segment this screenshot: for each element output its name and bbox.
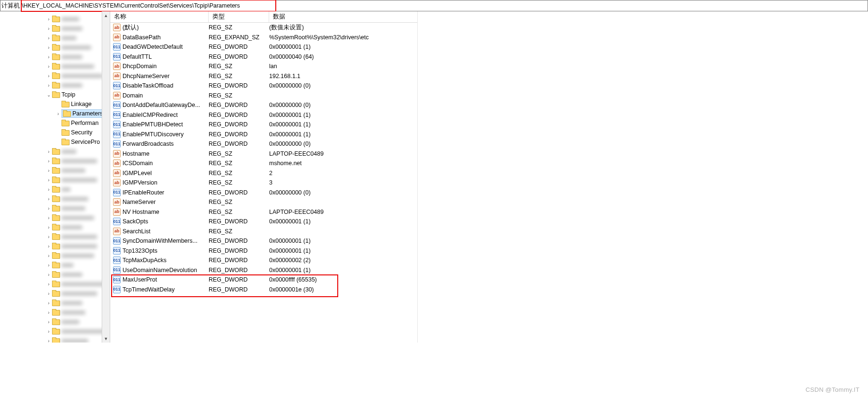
tree-item-blurred[interactable]: ›xxxxxxxxxxxx	[0, 156, 110, 166]
value-row[interactable]: 011UseDomainNameDevolutionREG_DWORD0x000…	[110, 265, 417, 275]
scroll-down-button[interactable]: ▼	[102, 335, 110, 343]
tree-item-blurred[interactable]: ›xxxxxxxxxxxx	[0, 175, 110, 185]
column-header-type[interactable]: 类型	[209, 11, 269, 22]
chevron-right-icon[interactable]: ›	[45, 187, 52, 192]
chevron-down-icon[interactable]: ⌄	[45, 92, 52, 97]
chevron-right-icon[interactable]: ›	[45, 319, 52, 325]
chevron-right-icon[interactable]: ›	[45, 35, 52, 41]
chevron-right-icon[interactable]: ›	[45, 272, 52, 277]
chevron-right-icon[interactable]: ›	[45, 83, 52, 88]
value-row[interactable]: 011EnableICMPRedirectREG_DWORD0x00000001…	[110, 110, 417, 120]
value-row[interactable]: abDataBasePathREG_EXPAND_SZ%SystemRoot%\…	[110, 33, 417, 43]
chevron-right-icon[interactable]: ›	[45, 159, 52, 164]
value-row[interactable]: 011TcpMaxDupAcksREG_DWORD0x00000002 (2)	[110, 256, 417, 265]
value-row[interactable]: abDhcpNameServerREG_SZ192.168.1.1	[110, 71, 417, 81]
tree-item-blurred[interactable]: ›xxxxxxxxxxx	[0, 251, 110, 260]
tree-item-blurred[interactable]: ›xxxxxxxxxxxxxx	[0, 71, 110, 80]
chevron-right-icon[interactable]: ›	[45, 149, 52, 154]
tree-item-tcpip[interactable]: ⌄Tcpip	[0, 90, 110, 99]
tree-item-blurred[interactable]: ›xxxxx	[0, 33, 110, 43]
chevron-right-icon[interactable]: ›	[45, 300, 52, 306]
tree-item-blurred[interactable]: ›xxxxxxx	[0, 270, 110, 279]
tree-pane[interactable]: ›xxxxxx›xxxxxxx›xxxxx›xxxxxxxxxx›xxxxxxx…	[0, 11, 110, 343]
scroll-up-button[interactable]: ▲	[102, 11, 110, 19]
tree-item-parameters[interactable]: ›Parameters	[0, 109, 110, 118]
tree-item-linkage[interactable]: Linkage	[0, 99, 110, 109]
tree-item-blurred[interactable]: ›xxxxxxx	[0, 80, 110, 90]
value-row[interactable]: ab(默认)REG_SZ(数值未设置)	[110, 23, 417, 33]
tree-item-blurred[interactable]: ›xxxxxxxxxxxx	[0, 232, 110, 241]
chevron-right-icon[interactable]: ›	[45, 206, 52, 211]
list-pane[interactable]: 名称 类型 数据 ab(默认)REG_SZ(数值未设置)abDataBasePa…	[110, 11, 868, 343]
value-row[interactable]: 011EnablePMTUBHDetectREG_DWORD0x00000001…	[110, 120, 417, 130]
value-row[interactable]: 011DontAddDefaultGatewayDe...REG_DWORD0x…	[110, 100, 417, 110]
chevron-right-icon[interactable]: ›	[45, 177, 52, 183]
value-row[interactable]: abICSDomainREG_SZmshome.net	[110, 159, 417, 168]
tree-item-blurred[interactable]: ›xxxxxxx	[0, 298, 110, 308]
column-header-data[interactable]: 数据	[269, 11, 417, 22]
list-header[interactable]: 名称 类型 数据	[110, 11, 417, 23]
tree-item-blurred[interactable]: ›xxxxxxxx	[0, 308, 110, 317]
value-row[interactable]: abHostnameREG_SZLAPTOP-EEEC0489	[110, 149, 417, 159]
chevron-right-icon[interactable]: ›	[45, 282, 52, 287]
tree-item-blurred[interactable]: ›xxxxxxxxxx	[0, 43, 110, 52]
tree-item-blurred[interactable]: ›xxxxxxxxxxx	[0, 62, 110, 71]
chevron-right-icon[interactable]: ›	[45, 17, 52, 22]
chevron-right-icon[interactable]: ›	[45, 45, 52, 50]
chevron-right-icon[interactable]: ›	[45, 168, 52, 173]
chevron-right-icon[interactable]: ›	[45, 310, 52, 315]
value-row[interactable]: abIGMPVersionREG_SZ3	[110, 178, 417, 188]
value-row[interactable]: 011Tcp1323OptsREG_DWORD0x00000001 (1)	[110, 246, 417, 256]
tree-scrollbar[interactable]: ▲ ▼	[102, 11, 110, 343]
tree-item-blurred[interactable]: ›xxxxx	[0, 147, 110, 156]
chevron-right-icon[interactable]: ›	[45, 263, 52, 268]
tree-item-servicepro[interactable]: ServicePro	[0, 137, 110, 147]
tree-item-blurred[interactable]: ›xxxxxx	[0, 317, 110, 326]
chevron-right-icon[interactable]: ›	[45, 329, 52, 334]
value-row[interactable]: abIGMPLevelREG_SZ2	[110, 168, 417, 178]
value-row[interactable]: abDhcpDomainREG_SZlan	[110, 62, 417, 71]
value-row[interactable]: abSearchListREG_SZ	[110, 227, 417, 237]
chevron-right-icon[interactable]: ›	[45, 215, 52, 221]
chevron-right-icon[interactable]: ›	[45, 225, 52, 230]
value-row[interactable]: 011MaxUserProtREG_DWORD0x0000ffff (65535…	[110, 275, 417, 285]
value-row[interactable]: 011ForwardBroadcastsREG_DWORD0x00000000 …	[110, 139, 417, 149]
tree-item-blurred[interactable]: ›xxxxxxxxx	[0, 194, 110, 203]
chevron-right-icon[interactable]: ›	[45, 291, 52, 296]
address-path-wrap[interactable]: \HKEY_LOCAL_MACHINE\SYSTEM\CurrentContro…	[21, 0, 867, 11]
tree-item-blurred[interactable]: ›xxxxxxxx	[0, 203, 110, 213]
value-row[interactable]: 011DisableTaskOffloadREG_DWORD0x00000000…	[110, 81, 417, 91]
tree-item-blurred[interactable]: ›xxxxxxx	[0, 24, 110, 33]
chevron-right-icon[interactable]: ›	[45, 54, 52, 60]
tree-item-blurred[interactable]: ›xxxxxxxxxxx	[0, 213, 110, 222]
tree-item-blurred[interactable]: ›xxxxxxxxx	[0, 336, 110, 343]
tree-item-security[interactable]: Security	[0, 128, 110, 137]
tree-item-blurred[interactable]: ›xxxxxxxxxxxxxxx	[0, 279, 110, 289]
tree-item-blurred[interactable]: ›xxxxxxx	[0, 52, 110, 62]
chevron-right-icon[interactable]: ›	[45, 73, 52, 79]
chevron-right-icon[interactable]: ›	[55, 111, 61, 116]
value-row[interactable]: abNV HostnameREG_SZLAPTOP-EEEC0489	[110, 207, 417, 217]
chevron-right-icon[interactable]: ›	[45, 196, 52, 202]
chevron-right-icon[interactable]: ›	[45, 338, 52, 343]
address-bar[interactable]: 计算机 \HKEY_LOCAL_MACHINE\SYSTEM\CurrentCo…	[0, 0, 868, 11]
tree-item-blurred[interactable]: ›xxx	[0, 185, 110, 194]
value-row[interactable]: abNameServerREG_SZ	[110, 197, 417, 207]
tree-item-blurred[interactable]: ›xxxx	[0, 260, 110, 270]
tree-item-blurred[interactable]: ›xxxxxx	[0, 14, 110, 24]
value-row[interactable]: 011TcpTimedWaitDelayREG_DWORD0x0000001e …	[110, 285, 417, 295]
tree-item-blurred[interactable]: ›xxxxxxx	[0, 222, 110, 232]
chevron-right-icon[interactable]: ›	[45, 253, 52, 258]
chevron-right-icon[interactable]: ›	[45, 244, 52, 249]
chevron-right-icon[interactable]: ›	[45, 26, 52, 31]
column-header-name[interactable]: 名称	[110, 11, 209, 22]
tree-item-blurred[interactable]: ›xxxxxxxx	[0, 166, 110, 175]
chevron-right-icon[interactable]: ›	[45, 64, 52, 69]
tree-item-blurred[interactable]: ›xxxxxxxxxxxxxxx	[0, 326, 110, 336]
chevron-right-icon[interactable]: ›	[45, 234, 52, 239]
value-row[interactable]: 011DefaultTTLREG_DWORD0x00000040 (64)	[110, 52, 417, 62]
value-row[interactable]: 011SyncDomainWithMembers...REG_DWORD0x00…	[110, 236, 417, 246]
value-row[interactable]: 011SackOptsREG_DWORD0x00000001 (1)	[110, 217, 417, 227]
tree-item-blurred[interactable]: ›xxxxxxxxxxxx	[0, 289, 110, 298]
value-row[interactable]: abDomainREG_SZ	[110, 91, 417, 101]
